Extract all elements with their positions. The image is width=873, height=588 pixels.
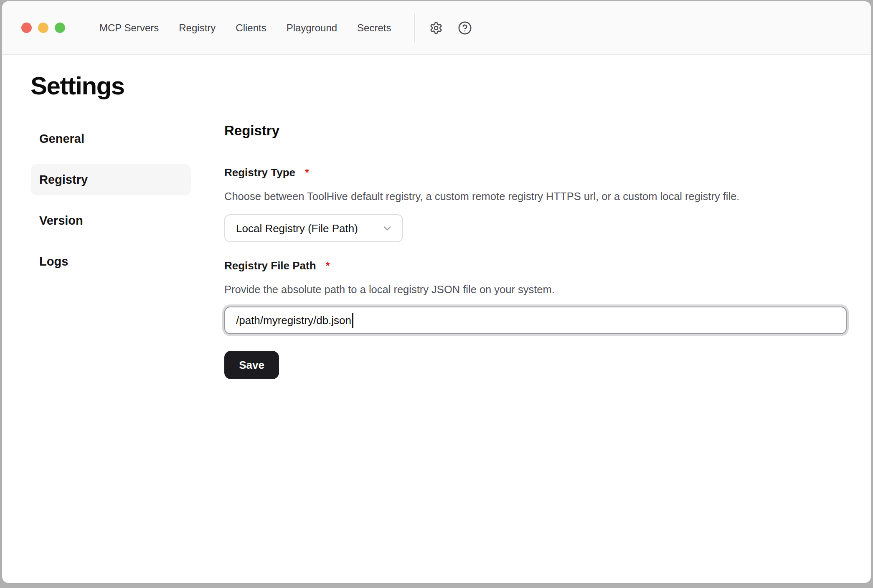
sidebar-item-logs[interactable]: Logs (31, 246, 191, 277)
nav-item-playground[interactable]: Playground (287, 23, 337, 33)
registry-file-path-label-row: Registry File Path * (224, 260, 847, 272)
registry-file-path-description: Provide the absolute path to a local reg… (224, 283, 847, 296)
required-marker: * (326, 260, 330, 272)
minimize-window-button[interactable] (38, 23, 48, 33)
sidebar-item-registry[interactable]: Registry (31, 164, 191, 195)
close-window-button[interactable] (21, 23, 32, 33)
zoom-window-button[interactable] (55, 23, 65, 33)
nav-item-clients[interactable]: Clients (236, 23, 266, 33)
nav-item-secrets[interactable]: Secrets (357, 23, 391, 33)
chevron-down-icon (381, 223, 393, 234)
save-button[interactable]: Save (224, 351, 279, 379)
titlebar-divider (414, 13, 415, 43)
registry-file-path-value: /path/myregistry/db.json (236, 315, 351, 326)
sidebar-item-general[interactable]: General (31, 123, 191, 155)
nav-item-mcp-servers[interactable]: MCP Servers (99, 23, 159, 33)
titlebar: MCP Servers Registry Clients Playground … (2, 1, 871, 55)
registry-file-path-input[interactable]: /path/myregistry/db.json (224, 307, 847, 334)
settings-body: General Registry Version Logs Registry R… (31, 123, 871, 379)
text-cursor (352, 313, 353, 328)
registry-type-label: Registry Type (224, 167, 295, 179)
sidebar-item-version[interactable]: Version (31, 205, 191, 236)
registry-file-path-label: Registry File Path (224, 260, 316, 272)
app-window: MCP Servers Registry Clients Playground … (2, 1, 871, 583)
traffic-lights (21, 23, 65, 33)
registry-type-description: Choose between ToolHive default registry… (224, 190, 847, 203)
page-title: Settings (30, 74, 871, 99)
section-heading: Registry (224, 124, 847, 137)
top-navigation: MCP Servers Registry Clients Playground … (99, 23, 391, 33)
registry-settings-panel: Registry Registry Type * Choose between … (224, 123, 847, 379)
settings-gear-icon[interactable] (429, 21, 443, 35)
registry-type-label-row: Registry Type * (224, 167, 847, 179)
registry-type-select[interactable]: Local Registry (File Path) (224, 214, 403, 242)
required-marker: * (305, 167, 309, 179)
settings-sidebar: General Registry Version Logs (31, 123, 191, 379)
help-icon[interactable] (458, 21, 472, 35)
registry-type-selected-value: Local Registry (File Path) (236, 223, 358, 234)
nav-item-registry[interactable]: Registry (179, 23, 216, 33)
